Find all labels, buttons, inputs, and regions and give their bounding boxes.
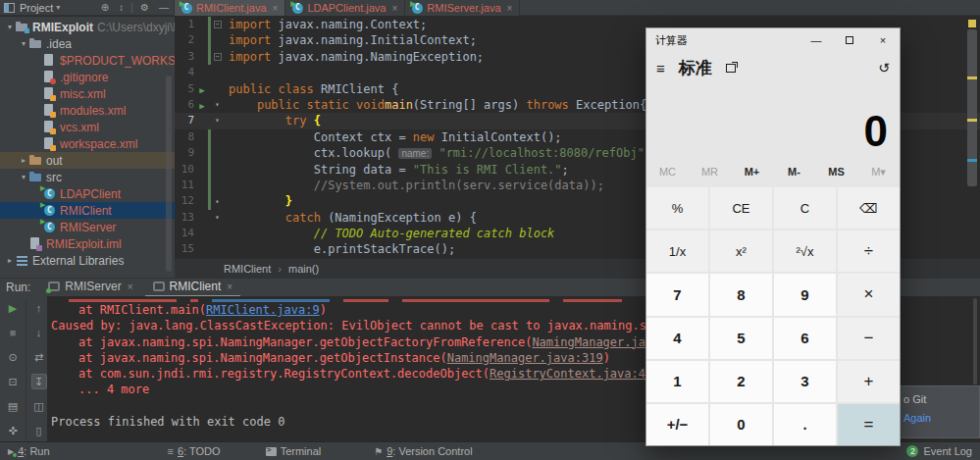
negate-button[interactable]: +/− bbox=[646, 404, 708, 445]
tree-item-out[interactable]: ▸out bbox=[0, 152, 175, 169]
tree-item-misc-xml[interactable]: misc.xml bbox=[0, 85, 175, 102]
stacktrace-link[interactable]: RegistryContext.java:464 bbox=[490, 367, 659, 381]
statusbar-terminal[interactable]: Terminal bbox=[262, 442, 326, 460]
multiply-button[interactable]: × bbox=[838, 274, 900, 315]
editor-tab-rmiclient-java[interactable]: C▶RMIClient.java× bbox=[175, 0, 285, 16]
percent-button[interactable]: % bbox=[646, 187, 708, 229]
print-button[interactable]: ◫ bbox=[31, 398, 47, 414]
statusbar-todo[interactable]: ≡6: TODO bbox=[164, 442, 225, 460]
run-tab-rmiserver[interactable]: RMIServer× bbox=[40, 279, 140, 297]
expand-chevron-icon[interactable]: ▾ bbox=[18, 39, 29, 48]
event-log-button[interactable]: 2 Event Log bbox=[906, 445, 980, 457]
expand-chevron-icon[interactable]: ▸ bbox=[4, 256, 16, 265]
fold-marker-icon[interactable]: ▾ bbox=[215, 116, 220, 125]
editor-tab-rmiserver-java[interactable]: C▶RMIServer.java× bbox=[405, 0, 520, 16]
chevron-down-icon[interactable]: ▾ bbox=[56, 3, 60, 12]
tree-item-ldapclient[interactable]: C▶LDAPClient bbox=[0, 185, 175, 202]
run-tab-rmiclient[interactable]: RMIClient× bbox=[145, 279, 241, 297]
calculator-title-bar[interactable]: 计算器 — × bbox=[646, 28, 900, 52]
seven-button[interactable]: 7 bbox=[646, 274, 708, 315]
stacktrace-link[interactable]: NamingManager.java:319 bbox=[447, 351, 603, 365]
breadcrumb-class[interactable]: RMIClient bbox=[224, 263, 271, 275]
stop-button[interactable]: ■ bbox=[5, 325, 21, 340]
three-button[interactable]: 3 bbox=[774, 361, 836, 402]
dump-threads-button[interactable]: ⊙ bbox=[5, 349, 21, 365]
editor-tab-ldapclient-java[interactable]: C▶LDAPClient.java× bbox=[285, 0, 405, 16]
memory-m-button[interactable]: M- bbox=[773, 166, 815, 178]
tree-item-workspace-xml[interactable]: workspace.xml bbox=[0, 135, 175, 152]
maximize-button[interactable] bbox=[833, 28, 866, 52]
add-button[interactable]: + bbox=[838, 361, 900, 402]
eight-button[interactable]: 8 bbox=[710, 274, 772, 315]
error-stripe-mark[interactable] bbox=[967, 159, 977, 162]
tree-item--product_workspace[interactable]: $PRODUCT_WORKSPACE bbox=[0, 52, 175, 69]
soft-wrap-button[interactable]: ⇄ bbox=[31, 349, 47, 365]
project-tree-scrollbar[interactable] bbox=[166, 76, 172, 272]
locate-icon[interactable]: ⊕ bbox=[101, 3, 109, 13]
hide-panel-icon[interactable]: — bbox=[159, 3, 169, 13]
tree-item-external-libraries[interactable]: ▸External Libraries bbox=[0, 252, 175, 269]
tree-item-src[interactable]: ▾src bbox=[0, 169, 175, 185]
pin-tab-button[interactable]: ✜ bbox=[5, 423, 21, 438]
fold-marker-icon[interactable]: − bbox=[214, 53, 222, 61]
memory-ms-button[interactable]: MS bbox=[815, 166, 857, 178]
expand-chevron-icon[interactable]: ▾ bbox=[18, 173, 29, 181]
breadcrumb-method[interactable]: main() bbox=[288, 263, 319, 275]
fold-marker-icon[interactable]: ▾ bbox=[215, 213, 220, 222]
notification-link[interactable]: Again bbox=[903, 412, 975, 424]
five-button[interactable]: 5 bbox=[710, 318, 772, 359]
close-button[interactable]: × bbox=[866, 28, 900, 52]
memory-m-button[interactable]: M+ bbox=[731, 166, 773, 178]
editor-error-stripe[interactable] bbox=[966, 17, 978, 258]
rerun-button[interactable]: ▶ bbox=[5, 300, 21, 316]
console-scrollbar[interactable] bbox=[973, 298, 977, 384]
tree-item-vcs-xml[interactable]: vcs.xml bbox=[0, 119, 175, 135]
project-tree[interactable]: ▾RMIExploitC:\Users\dxyji\Desk▾.idea$PRO… bbox=[0, 17, 175, 278]
nine-button[interactable]: 9 bbox=[774, 274, 836, 315]
error-stripe-mark[interactable] bbox=[967, 119, 977, 122]
tree-item-rmiexploit[interactable]: ▾RMIExploitC:\Users\dxyji\Desk bbox=[0, 19, 175, 35]
history-icon[interactable]: ↺ bbox=[878, 60, 890, 76]
tree-item--idea[interactable]: ▾.idea bbox=[0, 35, 175, 52]
statusbar-version-control[interactable]: ⚑9: Version Control bbox=[370, 442, 476, 460]
clear-button[interactable]: C bbox=[774, 187, 836, 229]
close-icon[interactable]: × bbox=[507, 3, 513, 14]
fold-marker-icon[interactable]: − bbox=[214, 21, 222, 28]
statusbar-run[interactable]: ▶4: Run bbox=[4, 442, 54, 460]
project-panel-title[interactable]: Project bbox=[20, 2, 53, 14]
one-button[interactable]: 1 bbox=[646, 361, 708, 402]
scroll-to-end-button[interactable]: ↧ bbox=[31, 374, 47, 389]
clear-console-button[interactable]: ▯ bbox=[31, 423, 47, 438]
square-button[interactable]: x² bbox=[710, 230, 772, 272]
tree-item-rmiclient[interactable]: C▶RMIClient bbox=[0, 202, 175, 219]
fold-marker-icon[interactable]: ▾ bbox=[215, 100, 220, 109]
tree-item-modules-xml[interactable]: modules.xml bbox=[0, 102, 175, 119]
clear-entry-button[interactable]: CE bbox=[710, 187, 772, 229]
square-root-button[interactable]: ²√x bbox=[774, 230, 836, 272]
fold-marker-icon[interactable]: ▴ bbox=[215, 196, 220, 205]
minimize-button[interactable]: — bbox=[799, 28, 833, 52]
reciprocal-button[interactable]: 1/x bbox=[646, 230, 708, 272]
hamburger-menu-icon[interactable]: ≡ bbox=[656, 60, 665, 77]
tree-item--gitignore[interactable]: .gitignore bbox=[0, 69, 175, 85]
close-icon[interactable]: × bbox=[128, 281, 133, 292]
two-button[interactable]: 2 bbox=[710, 361, 772, 402]
backspace-button[interactable]: ⌫ bbox=[838, 187, 900, 229]
decimal-button[interactable]: . bbox=[774, 404, 836, 445]
run-gutter-icon[interactable]: ▶ bbox=[199, 101, 204, 111]
four-button[interactable]: 4 bbox=[646, 318, 708, 359]
close-icon[interactable]: × bbox=[273, 3, 279, 14]
close-icon[interactable]: × bbox=[227, 281, 232, 292]
divide-button[interactable]: ÷ bbox=[838, 230, 900, 272]
expand-chevron-icon[interactable]: ▾ bbox=[4, 23, 16, 31]
editor-scrollbar-thumb[interactable] bbox=[967, 29, 977, 186]
stacktrace-link[interactable]: RMIClient.java:9 bbox=[206, 303, 320, 317]
up-stacktrace-button[interactable]: ↑ bbox=[31, 300, 47, 316]
zero-button[interactable]: 0 bbox=[710, 404, 772, 445]
keep-on-top-icon[interactable] bbox=[726, 64, 736, 73]
error-stripe-mark[interactable] bbox=[967, 77, 977, 79]
inspections-status-icon[interactable] bbox=[968, 20, 976, 27]
run-gutter-icon[interactable]: ▶ bbox=[199, 85, 204, 95]
exit-button[interactable]: ⊡ bbox=[5, 374, 21, 389]
tree-item-rmiserver[interactable]: C▶RMIServer bbox=[0, 219, 175, 235]
